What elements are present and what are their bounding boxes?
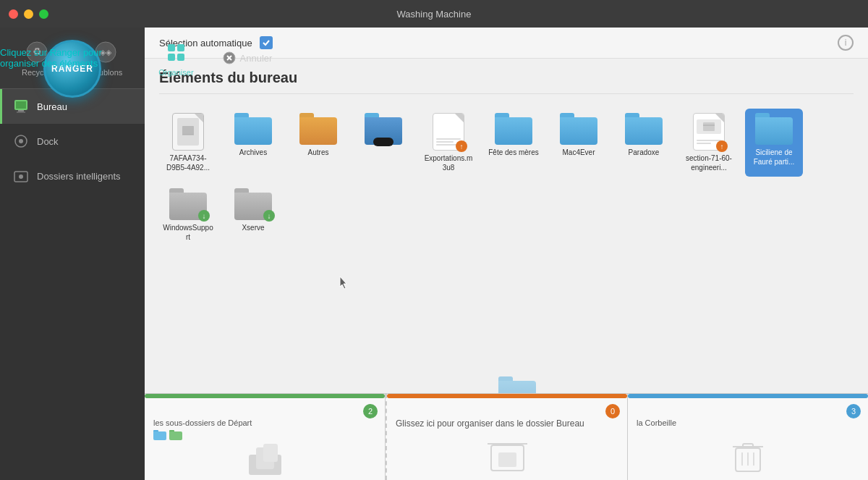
file-icon-exportations: ↑ bbox=[433, 113, 464, 151]
file-icon-section71: ↑ bbox=[693, 113, 725, 151]
app-title: Washing Machine bbox=[397, 9, 472, 20]
item-archives[interactable]: Archives bbox=[224, 109, 282, 177]
cancel-label: Annuler bbox=[240, 53, 273, 64]
item-label-windowssupport: WindowsSupport bbox=[162, 223, 214, 242]
item-fete[interactable]: Fête des mères bbox=[485, 109, 542, 177]
item-section71[interactable]: ↑ section-71-60-engineeri... bbox=[680, 109, 738, 177]
folder-icon-siciliene bbox=[755, 113, 793, 145]
drop-zone-depart[interactable]: les sous-dossiers de Départ 2 bbox=[145, 394, 386, 480]
drop-zone-corbeille[interactable]: la Corbeille 3 bbox=[628, 394, 868, 480]
item-unnamed[interactable] bbox=[354, 109, 412, 177]
item-label-siciliene: Siciliene de Fauré parti... bbox=[748, 148, 800, 167]
items-grid: 7AFAA734-D9B5-4A92... Archives Autres bbox=[145, 94, 868, 393]
drop-zone-bureau-count: 0 bbox=[605, 404, 620, 418]
svg-rect-17 bbox=[703, 122, 715, 131]
file-icon-7afaa bbox=[172, 113, 204, 151]
titlebar: Washing Machine bbox=[0, 0, 868, 28]
sidebar-item-dossiers[interactable]: Dossiers intelligents bbox=[0, 159, 145, 193]
mini-folder-blue bbox=[153, 430, 166, 440]
item-windowssupport[interactable]: ↓ WindowsSupport bbox=[159, 184, 217, 246]
section71-overlay-icon: ↑ bbox=[716, 140, 728, 152]
windows-overlay-icon: ↓ bbox=[198, 210, 210, 222]
folder-icon-windowssupport: ↓ bbox=[169, 188, 207, 220]
drop-zone-bureau-label: Glissez ici pour organiser dans le dossi… bbox=[396, 418, 584, 429]
item-siciliene[interactable]: Siciliene de Fauré parti... bbox=[745, 109, 803, 177]
maximize-button[interactable] bbox=[39, 9, 48, 19]
main-content: Sélection automatique i Éléments du bure… bbox=[145, 28, 868, 480]
bar-corbeille bbox=[628, 394, 868, 398]
dragged-folder-icon bbox=[498, 376, 536, 393]
nav-organiser-label: Organiser bbox=[158, 68, 193, 77]
cursor bbox=[339, 275, 350, 290]
bar-bureau bbox=[387, 394, 627, 398]
organiser-icon bbox=[163, 39, 189, 65]
item-label-paradoxe: Paradoxe bbox=[629, 148, 660, 157]
item-label-exportations: Exportations.m3u8 bbox=[422, 153, 475, 172]
svg-rect-23 bbox=[498, 452, 516, 467]
item-mac4ever[interactable]: Mac4Ever bbox=[550, 109, 608, 177]
window-controls[interactable] bbox=[9, 9, 48, 19]
drop-zone-depart-count: 2 bbox=[363, 404, 378, 418]
drop-zone-depart-icons bbox=[153, 430, 376, 440]
xserve-overlay-icon: ↓ bbox=[263, 210, 275, 222]
item-label-7afaa: 7AFAA734-D9B5-4A92... bbox=[162, 153, 214, 172]
dock-icon bbox=[12, 132, 30, 150]
item-xserve[interactable]: ↓ Xserve bbox=[224, 184, 282, 246]
corbeille-illustration bbox=[726, 438, 770, 474]
item-autres[interactable]: Autres bbox=[289, 109, 347, 177]
drop-zone-bureau[interactable]: Glissez ici pour organiser dans le dossi… bbox=[386, 394, 628, 480]
item-label-mac4ever: Mac4Ever bbox=[562, 148, 595, 157]
sidebar-nav: Bureau Dock Dossiers int bbox=[0, 89, 145, 193]
item-label-autres: Autres bbox=[308, 148, 329, 157]
cancel-button[interactable]: Annuler bbox=[223, 51, 273, 64]
folder-icon-unnamed bbox=[365, 113, 402, 149]
svg-rect-10 bbox=[17, 111, 25, 113]
cancel-icon bbox=[223, 51, 236, 64]
svg-point-12 bbox=[19, 139, 23, 143]
svg-point-14 bbox=[19, 174, 23, 179]
folder-icon-xserve: ↓ bbox=[234, 188, 272, 220]
sidebar-item-dock-label: Dock bbox=[37, 136, 59, 147]
item-label-section71: section-71-60-engineeri... bbox=[683, 153, 735, 172]
drop-zone-corbeille-count: 3 bbox=[846, 404, 861, 418]
mini-folder-green bbox=[169, 430, 182, 440]
folder-icon-paradoxe bbox=[625, 113, 663, 145]
item-paradoxe[interactable]: Paradoxe bbox=[615, 109, 673, 177]
drop-zones: les sous-dossiers de Départ 2 bbox=[145, 393, 868, 480]
item-7afaa[interactable]: 7AFAA734-D9B5-4A92... bbox=[159, 109, 217, 177]
nav-organiser[interactable]: Organiser bbox=[151, 33, 200, 83]
sidebar-item-dock[interactable]: Dock bbox=[0, 124, 145, 159]
depart-illustration bbox=[243, 440, 286, 476]
app-body: ♻ Recycler ◈◈ Doublons bbox=[0, 28, 868, 480]
auto-select-checkbox[interactable] bbox=[260, 36, 273, 49]
item-exportations[interactable]: ↑ Exportations.m3u8 bbox=[420, 109, 477, 177]
dragged-item: Siciliene de Fauré partit... bbox=[474, 376, 560, 393]
bar-depart bbox=[145, 394, 385, 398]
drop-zone-corbeille-label: la Corbeille bbox=[637, 418, 676, 427]
drop-zone-depart-label: les sous-dossiers de Départ bbox=[153, 418, 252, 427]
svg-rect-8 bbox=[16, 101, 26, 109]
sidebar-item-dossiers-label: Dossiers intelligents bbox=[37, 171, 121, 182]
folder-icon-autres bbox=[299, 113, 337, 145]
folder-icon-mac4ever bbox=[560, 113, 597, 145]
minimize-button[interactable] bbox=[24, 9, 33, 19]
item-label-archives: Archives bbox=[239, 148, 267, 157]
svg-rect-21 bbox=[263, 444, 278, 462]
bureau-icon bbox=[12, 98, 30, 115]
header-hint: Cliquez sur Ranger pour organiser des él… bbox=[0, 47, 130, 69]
bureau-illustration bbox=[485, 438, 529, 474]
item-label-xserve: Xserve bbox=[242, 223, 264, 232]
checkmark-icon bbox=[262, 38, 271, 47]
left-nav: ♻ Recycler ◈◈ Doublons bbox=[0, 28, 145, 480]
export-overlay-icon: ↑ bbox=[456, 140, 467, 152]
svg-rect-15 bbox=[182, 126, 194, 135]
folder-icon-fete bbox=[495, 113, 532, 145]
sidebar-item-bureau-label: Bureau bbox=[37, 101, 67, 112]
item-label-fete: Fête des mères bbox=[488, 148, 538, 157]
toolbar: ♻ Recycler ◈◈ Doublons bbox=[0, 28, 145, 89]
info-button[interactable]: i bbox=[838, 35, 854, 51]
folder-icon-archives bbox=[234, 113, 272, 145]
close-button[interactable] bbox=[9, 9, 18, 19]
dossiers-icon bbox=[12, 167, 30, 185]
